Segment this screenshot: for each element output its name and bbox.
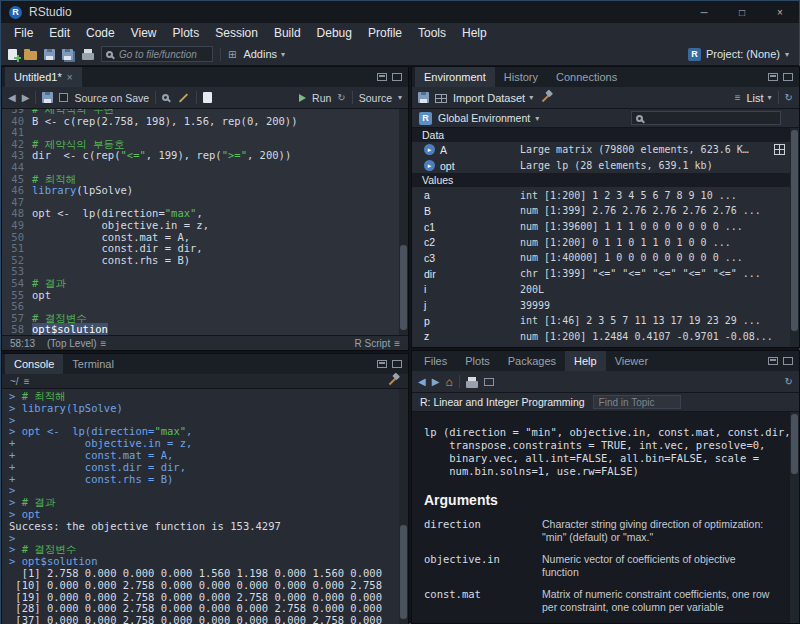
run-icon[interactable] bbox=[299, 94, 306, 102]
source-on-save-checkbox[interactable] bbox=[59, 93, 68, 102]
code-line-52[interactable]: 52 const.rhs = B) bbox=[2, 255, 408, 267]
code-line-54[interactable]: 54# 결과 bbox=[2, 278, 408, 290]
refresh-icon[interactable]: ↻ bbox=[785, 376, 793, 387]
tab-console[interactable]: Console bbox=[5, 354, 63, 374]
menu-build[interactable]: Build bbox=[266, 23, 309, 43]
window-close-button[interactable]: × bbox=[761, 1, 799, 23]
env-object-c1[interactable]: c1num [1:39600] 1 1 1 0 0 0 0 0 0 0 ... bbox=[412, 219, 799, 235]
environment-search-box[interactable] bbox=[631, 111, 781, 125]
view-data-icon[interactable] bbox=[774, 144, 785, 155]
menu-plots[interactable]: Plots bbox=[165, 23, 208, 43]
menu-debug[interactable]: Debug bbox=[309, 23, 360, 43]
env-object-p[interactable]: pint [1:46] 2 3 5 7 11 13 17 19 23 29 ..… bbox=[412, 313, 799, 329]
menu-help[interactable]: Help bbox=[454, 23, 495, 43]
goto-file-function-box[interactable] bbox=[101, 46, 213, 62]
print-icon[interactable] bbox=[466, 381, 478, 388]
pane-minimize-icon[interactable] bbox=[768, 357, 778, 365]
tab-terminal[interactable]: Terminal bbox=[63, 354, 123, 374]
help-scrollbar[interactable] bbox=[790, 412, 799, 623]
editor-scrollbar[interactable] bbox=[399, 109, 408, 335]
scrollbar-thumb[interactable] bbox=[400, 525, 407, 619]
menu-edit[interactable]: Edit bbox=[41, 23, 78, 43]
env-object-dir[interactable]: dirchr [1:399] "<=" "<=" "<=" "<=" "<=" … bbox=[412, 266, 799, 282]
goto-file-function-input[interactable] bbox=[119, 49, 208, 60]
rerun-icon[interactable]: ↻ bbox=[337, 92, 345, 103]
env-object-j[interactable]: j39999 bbox=[412, 297, 799, 313]
clear-environment-icon[interactable] bbox=[542, 93, 550, 101]
close-tab-icon[interactable]: × bbox=[67, 72, 73, 83]
refresh-icon[interactable]: ↻ bbox=[785, 92, 793, 103]
find-icon[interactable] bbox=[162, 94, 169, 101]
scrollbar-thumb[interactable] bbox=[400, 245, 407, 331]
pane-maximize-icon[interactable] bbox=[392, 73, 402, 81]
clear-console-icon[interactable] bbox=[389, 377, 397, 385]
filetype-selector[interactable]: R Script ≡ bbox=[355, 338, 400, 349]
pane-maximize-icon[interactable] bbox=[783, 73, 793, 81]
import-dataset-menu[interactable]: Import Dataset ▾ bbox=[453, 92, 533, 104]
help-topic-title[interactable]: R: Linear and Integer Programming bbox=[420, 396, 585, 408]
menu-tools[interactable]: Tools bbox=[410, 23, 454, 43]
code-tools-icon[interactable] bbox=[179, 93, 188, 102]
pane-maximize-icon[interactable] bbox=[392, 360, 402, 368]
env-object-z[interactable]: znum [1:200] 1.2484 0.4107 -0.9701 -0.08… bbox=[412, 329, 799, 345]
tab-help[interactable]: Help bbox=[565, 351, 606, 371]
pane-minimize-icon[interactable] bbox=[768, 73, 778, 81]
console-output[interactable]: > # 최적해> library(lpSolve)>> opt <- lp(di… bbox=[2, 389, 408, 624]
tab-viewer[interactable]: Viewer bbox=[606, 351, 657, 371]
code-line-55[interactable]: 55opt bbox=[2, 290, 408, 302]
env-object-A[interactable]: ▸ALarge matrix (79800 elements, 623.6 K… bbox=[412, 142, 799, 158]
tab-plots[interactable]: Plots bbox=[456, 351, 498, 371]
list-view-menu[interactable]: List ▾ bbox=[746, 92, 771, 104]
env-object-opt[interactable]: ▸optLarge lp (28 elements, 639.1 kb) bbox=[412, 158, 799, 174]
compile-report-icon[interactable] bbox=[203, 92, 212, 103]
env-object-c3[interactable]: c3num [1:40000] 1 0 0 0 0 0 0 0 0 0 ... bbox=[412, 250, 799, 266]
tab-environment[interactable]: Environment bbox=[415, 67, 495, 87]
tab-connections[interactable]: Connections bbox=[547, 67, 626, 87]
addins-menu[interactable]: Addins ▾ bbox=[243, 48, 285, 60]
env-object-c2[interactable]: c2num [1:200] 0 1 1 0 1 1 0 1 0 0 ... bbox=[412, 234, 799, 250]
tab-packages[interactable]: Packages bbox=[499, 351, 565, 371]
expand-icon[interactable]: ▸ bbox=[424, 160, 435, 171]
back-icon[interactable]: ◀ bbox=[8, 92, 16, 103]
scope-selector[interactable]: (Top Level) ≡ bbox=[47, 338, 106, 349]
back-icon[interactable]: ◀ bbox=[418, 376, 426, 387]
save-icon[interactable] bbox=[44, 49, 55, 60]
menu-profile[interactable]: Profile bbox=[360, 23, 410, 43]
console-scrollbar[interactable] bbox=[399, 389, 408, 624]
window-minimize-button[interactable]: ─ bbox=[685, 1, 723, 23]
new-file-icon[interactable] bbox=[8, 49, 17, 60]
menu-session[interactable]: Session bbox=[207, 23, 266, 43]
code-line-40[interactable]: 40B <- c(rep(2.758, 198), 1.56, rep(0, 2… bbox=[2, 116, 408, 128]
env-object-a[interactable]: aint [1:200] 1 2 3 4 5 6 7 8 9 10 ... bbox=[412, 187, 799, 203]
save-all-icon[interactable] bbox=[62, 49, 73, 60]
pane-minimize-icon[interactable] bbox=[377, 360, 387, 368]
env-object-B[interactable]: Bnum [1:399] 2.76 2.76 2.76 2.76 2.76 ..… bbox=[412, 203, 799, 219]
tab-untitled1[interactable]: Untitled1* × bbox=[5, 67, 82, 87]
open-file-icon[interactable] bbox=[24, 51, 37, 60]
forward-icon[interactable]: ▶ bbox=[432, 376, 440, 387]
scrollbar-thumb[interactable] bbox=[791, 414, 798, 474]
code-line-46[interactable]: 46library(lpSolve) bbox=[2, 185, 408, 197]
project-menu[interactable]: R Project: (None) ▾ bbox=[688, 48, 792, 61]
save-icon[interactable] bbox=[42, 92, 53, 103]
forward-icon[interactable]: ▶ bbox=[22, 92, 30, 103]
menu-code[interactable]: Code bbox=[78, 23, 123, 43]
window-maximize-button[interactable]: □ bbox=[723, 1, 761, 23]
pane-maximize-icon[interactable] bbox=[783, 357, 793, 365]
menu-view[interactable]: View bbox=[123, 23, 165, 43]
print-icon[interactable] bbox=[82, 53, 94, 60]
run-button[interactable]: Run bbox=[312, 92, 331, 104]
menu-file[interactable]: File bbox=[6, 23, 41, 43]
code-editor[interactable]: 39# 제약식의 우변40B <- c(rep(2.758, 198), 1.5… bbox=[2, 109, 408, 335]
open-in-new-window-icon[interactable] bbox=[484, 378, 494, 386]
find-in-topic-input[interactable] bbox=[593, 395, 681, 409]
pane-minimize-icon[interactable] bbox=[377, 73, 387, 81]
tab-history[interactable]: History bbox=[495, 67, 547, 87]
code-line-58[interactable]: 58opt$solution bbox=[2, 324, 408, 335]
source-button[interactable]: Source bbox=[359, 92, 392, 104]
tab-files[interactable]: Files bbox=[415, 351, 456, 371]
code-line-43[interactable]: 43dir <- c(rep("<=", 199), rep(">=", 200… bbox=[2, 150, 408, 162]
env-object-i[interactable]: i200L bbox=[412, 282, 799, 298]
save-workspace-icon[interactable] bbox=[418, 92, 429, 103]
expand-icon[interactable]: ▸ bbox=[424, 144, 435, 155]
